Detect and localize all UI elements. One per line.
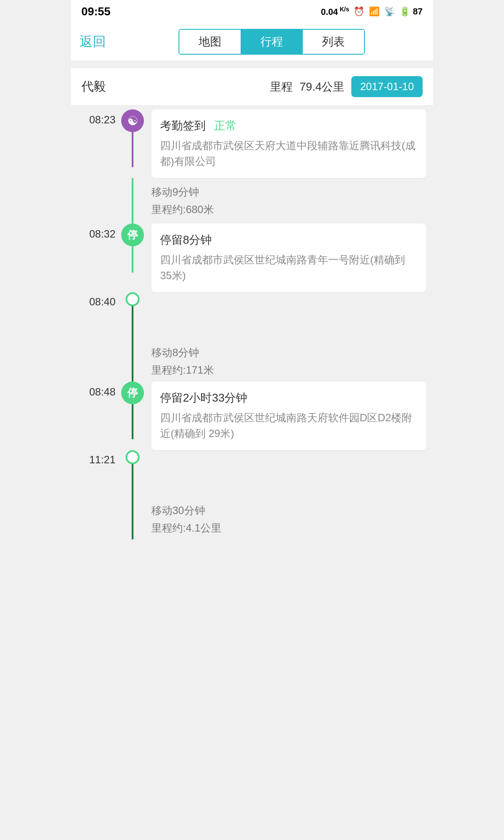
node-circle-1 bbox=[126, 292, 140, 306]
spine-line-darkgreen-1 bbox=[132, 306, 133, 341]
move-row-2: 移动8分钟 里程约:171米 bbox=[78, 341, 426, 382]
date-badge: 2017-01-10 bbox=[351, 76, 423, 97]
spine-line-green-1 bbox=[132, 178, 133, 224]
spine-line-green-2 bbox=[132, 246, 133, 273]
status-bar: 09:55 0.04 K/s ⏰ 📶 📡 🔋 87 bbox=[71, 0, 433, 23]
tab-group: 地图 行程 列表 bbox=[178, 29, 365, 55]
status-normal: 正常 bbox=[214, 119, 237, 132]
tab-trip[interactable]: 行程 bbox=[241, 30, 303, 54]
alarm-icon: ⏰ bbox=[354, 6, 364, 17]
mileage-value: 79.4公里 bbox=[300, 79, 345, 94]
time-spacer-3 bbox=[78, 499, 120, 539]
timeline-row-4: 08:40 bbox=[78, 292, 426, 341]
move-row-1: 移动9分钟 里程约:680米 bbox=[78, 178, 426, 224]
timeline-row-3: 08:32 停 停留8分钟 四川省成都市武侯区世纪城南路青年一号附近(精确到 3… bbox=[78, 224, 426, 292]
move-distance-2: 里程约:171米 bbox=[151, 363, 426, 377]
time-spacer-1 bbox=[78, 178, 120, 224]
spine-col-3: 停 bbox=[120, 224, 145, 273]
time-label-1121: 11:21 bbox=[89, 454, 116, 466]
move-content-1: 移动9分钟 里程约:680米 bbox=[145, 178, 426, 224]
time-col-6: 11:21 bbox=[78, 450, 120, 466]
card-title-0832: 停留8分钟 bbox=[160, 232, 417, 248]
card-0832: 停留8分钟 四川省成都市武侯区世纪城南路青年一号附近(精确到 35米) bbox=[151, 224, 426, 292]
mileage-label: 里程 bbox=[270, 79, 293, 94]
node-fingerprint: ☯ bbox=[121, 109, 144, 132]
battery-icon: 🔋 87 bbox=[399, 6, 423, 17]
time-col-3: 08:32 bbox=[78, 224, 120, 240]
card-title-0823: 考勤签到 正常 bbox=[160, 118, 417, 133]
summary-row: 代毅 里程 79.4公里 2017-01-10 bbox=[71, 68, 433, 105]
spine-col-4 bbox=[120, 292, 145, 341]
spine-move-2 bbox=[120, 341, 145, 382]
back-button[interactable]: 返回 bbox=[80, 33, 106, 51]
move-duration-2: 移动8分钟 bbox=[151, 346, 426, 360]
tab-list[interactable]: 列表 bbox=[303, 30, 364, 54]
spine-line-darkgreen-4 bbox=[132, 464, 133, 499]
time-col-5: 08:48 bbox=[78, 382, 120, 398]
timeline-row-6: 11:21 bbox=[78, 450, 426, 499]
spine-col-1: ☯ bbox=[120, 109, 145, 167]
timeline: 08:23 ☯ 考勤签到 正常 四川省成都市武侯区天府大道中段辅路靠近腾讯科技(… bbox=[71, 105, 433, 548]
header-nav: 返回 地图 行程 列表 bbox=[71, 23, 433, 61]
timeline-row-5: 08:48 停 停留2小时33分钟 四川省成都市武侯区世纪城南路天府软件园D区D… bbox=[78, 382, 426, 450]
time-label-0840: 08:40 bbox=[89, 296, 116, 308]
user-name: 代毅 bbox=[81, 78, 263, 95]
time-col-1: 08:23 bbox=[78, 109, 120, 126]
spine-move-1 bbox=[120, 178, 145, 224]
timeline-row-1: 08:23 ☯ 考勤签到 正常 四川省成都市武侯区天府大道中段辅路靠近腾讯科技(… bbox=[78, 109, 426, 178]
spine-line-darkgreen-5 bbox=[132, 499, 133, 539]
speed-display: 0.04 K/s bbox=[321, 6, 350, 17]
card-addr-0832: 四川省成都市武侯区世纪城南路青年一号附近(精确到 35米) bbox=[160, 252, 417, 284]
move-duration-1: 移动9分钟 bbox=[151, 185, 426, 199]
time-label-0823: 08:23 bbox=[89, 114, 116, 126]
signal-icon: 📡 bbox=[384, 6, 395, 17]
card-title-0848: 停留2小时33分钟 bbox=[160, 390, 417, 406]
move-distance-3: 里程约:4.1公里 bbox=[151, 521, 426, 535]
time-label-0832: 08:32 bbox=[89, 228, 116, 240]
spine-line-darkgreen-3 bbox=[132, 404, 133, 439]
content-col-1: 考勤签到 正常 四川省成都市武侯区天府大道中段辅路靠近腾讯科技(成都)有限公司 bbox=[145, 109, 426, 178]
card-addr-0823: 四川省成都市武侯区天府大道中段辅路靠近腾讯科技(成都)有限公司 bbox=[160, 138, 417, 169]
spine-line-darkgreen-2 bbox=[132, 341, 133, 382]
spine-col-5: 停 bbox=[120, 382, 145, 439]
move-distance-1: 里程约:680米 bbox=[151, 203, 426, 217]
wifi-icon: 📶 bbox=[369, 6, 380, 17]
move-row-3: 移动30分钟 里程约:4.1公里 bbox=[78, 499, 426, 539]
node-stop-1: 停 bbox=[121, 224, 144, 246]
status-time: 09:55 bbox=[81, 5, 111, 18]
card-addr-0848: 四川省成都市武侯区世纪城南路天府软件园D区D2楼附近(精确到 29米) bbox=[160, 410, 417, 441]
card-0848: 停留2小时33分钟 四川省成都市武侯区世纪城南路天府软件园D区D2楼附近(精确到… bbox=[151, 382, 426, 450]
status-right: 0.04 K/s ⏰ 📶 📡 🔋 87 bbox=[321, 6, 423, 17]
time-label-0848: 08:48 bbox=[89, 386, 116, 398]
move-content-2: 移动8分钟 里程约:171米 bbox=[145, 341, 426, 382]
time-spacer-2 bbox=[78, 341, 120, 382]
time-col-4: 08:40 bbox=[78, 292, 120, 308]
node-circle-2 bbox=[126, 450, 140, 464]
content-col-5: 停留2小时33分钟 四川省成都市武侯区世纪城南路天府软件园D区D2楼附近(精确到… bbox=[145, 382, 426, 450]
move-duration-3: 移动30分钟 bbox=[151, 504, 426, 518]
content-col-3: 停留8分钟 四川省成都市武侯区世纪城南路青年一号附近(精确到 35米) bbox=[145, 224, 426, 292]
spine-move-3 bbox=[120, 499, 145, 539]
spine-line-purple bbox=[132, 132, 133, 167]
move-content-3: 移动30分钟 里程约:4.1公里 bbox=[145, 499, 426, 539]
card-0823: 考勤签到 正常 四川省成都市武侯区天府大道中段辅路靠近腾讯科技(成都)有限公司 bbox=[151, 109, 426, 178]
tab-map[interactable]: 地图 bbox=[179, 30, 241, 54]
spine-col-6 bbox=[120, 450, 145, 499]
node-stop-2: 停 bbox=[121, 382, 144, 404]
